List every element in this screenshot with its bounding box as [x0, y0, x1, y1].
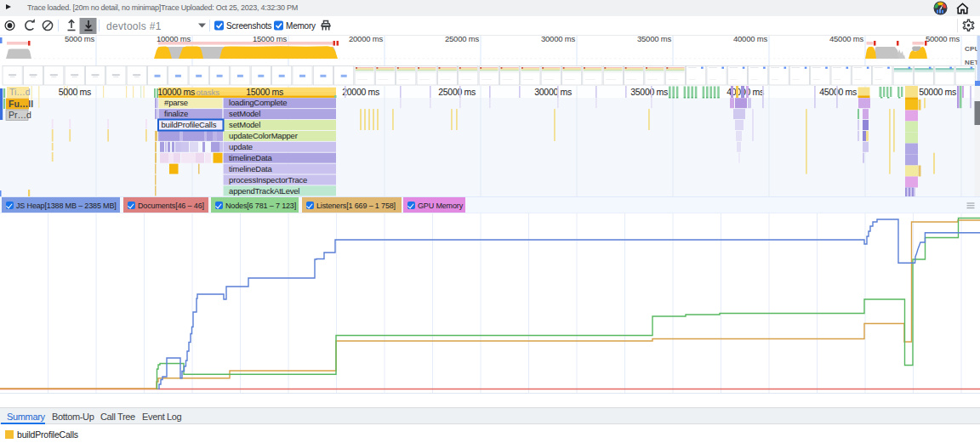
svg-text:Pr…d: Pr…d: [9, 110, 31, 120]
svg-text:35000 ms: 35000 ms: [630, 87, 668, 97]
svg-text:updateColorMapper: updateColorMapper: [229, 131, 298, 140]
svg-text:20000 ms: 20000 ms: [342, 87, 379, 97]
svg-text:update: update: [229, 142, 253, 151]
svg-text:40000 ms: 40000 ms: [733, 36, 768, 43]
svg-text:setModel: setModel: [229, 120, 260, 129]
svg-text:Ti…d: Ti…d: [9, 87, 31, 97]
svg-text:5000 ms: 5000 ms: [59, 87, 91, 97]
svg-text:finalize: finalize: [164, 109, 188, 118]
svg-text:25000 ms: 25000 ms: [445, 36, 480, 43]
svg-text:30000 ms: 30000 ms: [534, 87, 572, 97]
svg-text:#parse: #parse: [164, 98, 188, 107]
svg-text:10000 ms: 10000 ms: [157, 87, 195, 97]
svg-text:20000 ms: 20000 ms: [349, 36, 384, 43]
svg-text:processInspectorTrace: processInspectorTrace: [229, 175, 307, 185]
svg-text:setModel: setModel: [229, 109, 260, 118]
svg-text:appendTrackAtLevel: appendTrackAtLevel: [229, 186, 299, 196]
svg-text:5000 ms: 5000 ms: [65, 36, 94, 43]
svg-text:35000 ms: 35000 ms: [637, 36, 672, 43]
svg-text:Fu…ll: Fu…ll: [9, 99, 33, 109]
svg-text:timelineData: timelineData: [229, 164, 272, 173]
svg-text:50000 ms: 50000 ms: [926, 36, 960, 43]
svg-text:NET: NET: [965, 59, 979, 66]
svg-text:15000 ms: 15000 ms: [246, 87, 283, 97]
svg-text:loadingComplete: loadingComplete: [229, 98, 287, 107]
svg-text:buildProfileCalls: buildProfileCalls: [162, 120, 217, 129]
svg-text:25000 ms: 25000 ms: [438, 87, 476, 97]
svg-text:45000 ms: 45000 ms: [819, 87, 857, 97]
svg-text:30000 ms: 30000 ms: [541, 36, 576, 43]
svg-text:timelineData: timelineData: [229, 153, 272, 162]
svg-text:50000 ms: 50000 ms: [919, 87, 956, 97]
svg-text:45000 ms: 45000 ms: [829, 36, 864, 43]
svg-text:otasks: otasks: [197, 88, 220, 97]
